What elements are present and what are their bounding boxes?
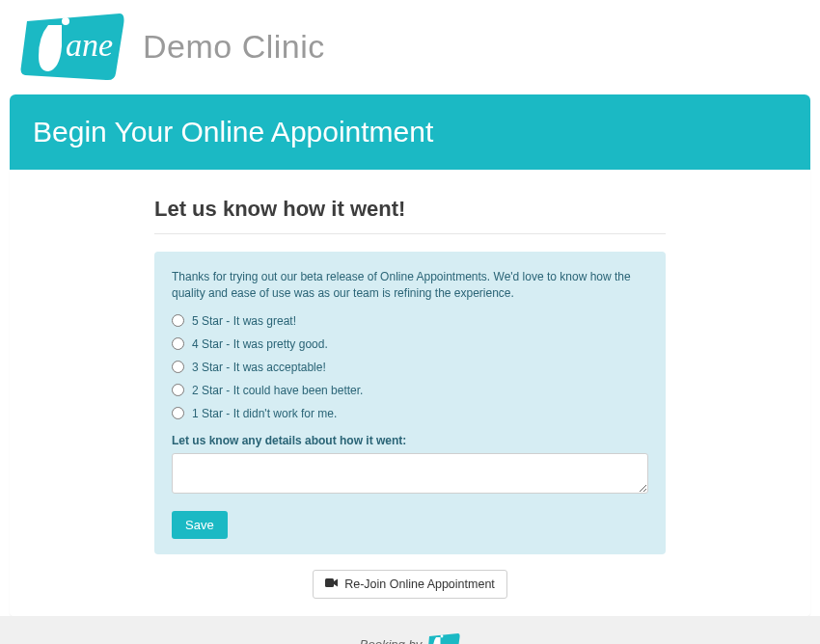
video-camera-icon [325, 577, 339, 591]
svg-point-4 [441, 634, 444, 637]
booking-by-text: Booking by [360, 637, 422, 644]
header: ane Demo Clinic [0, 0, 820, 94]
jane-logo-small: ane [427, 631, 460, 644]
rating-label-3: 3 Star - It was acceptable! [192, 361, 326, 374]
rating-option-4[interactable]: 4 Star - It was pretty good. [172, 337, 648, 351]
rating-option-3[interactable]: 3 Star - It was acceptable! [172, 361, 648, 374]
rating-radio-1[interactable] [172, 407, 184, 419]
rating-option-5[interactable]: 5 Star - It was great! [172, 314, 648, 328]
content-area: Let us know how it went! Thanks for tryi… [10, 170, 810, 616]
rating-label-1: 1 Star - It didn't work for me. [192, 407, 337, 420]
feedback-panel: Thanks for trying out our beta release o… [154, 252, 666, 554]
rating-radio-2[interactable] [172, 384, 184, 396]
rating-label-5: 5 Star - It was great! [192, 314, 296, 328]
clinic-name: Demo Clinic [143, 28, 325, 66]
jane-logo: ane [19, 8, 125, 85]
svg-rect-2 [325, 578, 334, 587]
rating-radio-3[interactable] [172, 361, 184, 373]
svg-text:ane: ane [441, 639, 458, 644]
svg-text:ane: ane [66, 27, 113, 63]
rating-option-2[interactable]: 2 Star - It could have been better. [172, 384, 648, 397]
save-button[interactable]: Save [172, 511, 228, 539]
rating-option-1[interactable]: 1 Star - It didn't work for me. [172, 407, 648, 420]
rating-radio-5[interactable] [172, 314, 184, 327]
rejoin-button[interactable]: Re-Join Online Appointment [313, 570, 507, 599]
rating-label-2: 2 Star - It could have been better. [192, 384, 363, 397]
section-title: Let us know how it went! [154, 197, 666, 234]
footer: Booking by ane Terms & Conditions Privac… [0, 616, 820, 644]
details-label: Let us know any details about how it wen… [172, 434, 648, 447]
booking-by: Booking by ane [360, 631, 460, 644]
rejoin-label: Re-Join Online Appointment [344, 577, 495, 591]
rating-radio-4[interactable] [172, 337, 184, 350]
details-textarea[interactable] [172, 453, 648, 494]
page-banner: Begin Your Online Appointment [10, 94, 810, 170]
feedback-intro: Thanks for trying out our beta release o… [172, 269, 648, 303]
svg-point-1 [62, 17, 69, 25]
banner-title: Begin Your Online Appointment [33, 116, 433, 148]
rating-label-4: 4 Star - It was pretty good. [192, 337, 328, 351]
